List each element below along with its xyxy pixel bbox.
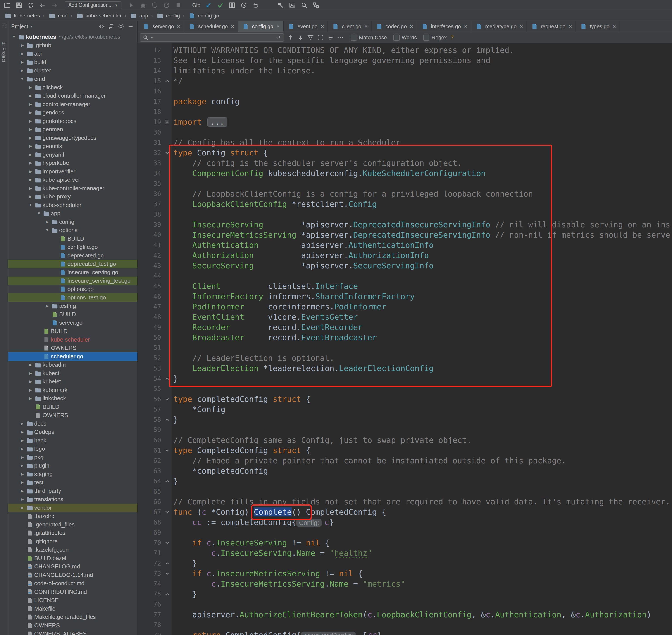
tree-item[interactable]: ▶vendor [8, 504, 137, 512]
tab-close-icon[interactable]: × [231, 23, 234, 30]
expand-arrow[interactable]: ▶ [19, 430, 25, 434]
expand-arrow[interactable]: ▶ [19, 497, 25, 502]
tree-item[interactable]: ▶cloud-controller-manager [8, 92, 137, 100]
tree-item[interactable]: BUILD [8, 403, 137, 411]
line-number[interactable]: 19 [137, 117, 162, 127]
tree-item[interactable]: scheduler.go [8, 352, 137, 361]
forward-icon[interactable] [51, 2, 58, 9]
tree-item[interactable]: ▶genkubedocs [8, 117, 137, 125]
fold-marker[interactable] [162, 150, 172, 156]
expand-arrow[interactable]: ▶ [19, 505, 25, 510]
line-number[interactable]: 48 [137, 312, 162, 322]
tree-item[interactable]: ▶importverifier [8, 167, 137, 176]
tree-item[interactable]: .generated_files [8, 520, 137, 529]
line-number[interactable]: 34 [137, 168, 162, 178]
code-editor[interactable]: 12WITHOUT WARRANTIES OR CONDITIONS OF AN… [137, 43, 672, 635]
tree-item[interactable]: ▶staging [8, 470, 137, 478]
save-all-icon[interactable] [15, 2, 23, 9]
line-number[interactable]: 62 [137, 456, 162, 466]
line-number[interactable]: 75 [137, 589, 162, 599]
tree-item[interactable]: options_test.go [8, 293, 137, 302]
fold-marker[interactable] [162, 591, 172, 597]
line-number[interactable]: 52 [137, 353, 162, 363]
search-input[interactable]: ▾ [140, 34, 284, 42]
line-number[interactable]: 45 [137, 281, 162, 291]
editor-tab[interactable]: interfaces.go× [417, 21, 471, 32]
tree-item[interactable]: .gitignore [8, 537, 137, 546]
tree-item[interactable]: ▶genutils [8, 142, 137, 151]
tree-item[interactable]: ▶api [8, 49, 137, 58]
editor-tab[interactable]: client.go× [328, 21, 372, 32]
line-number[interactable]: 76 [137, 599, 162, 610]
editor-tab[interactable]: codec.go× [372, 21, 417, 32]
tab-close-icon[interactable]: × [520, 23, 523, 30]
line-number[interactable]: 69 [137, 527, 162, 538]
hide-panel-icon[interactable] [127, 23, 134, 30]
tree-item[interactable]: BUILD [8, 235, 137, 243]
line-number[interactable]: 66 [137, 497, 162, 507]
tree-item[interactable]: OWNERS [8, 621, 137, 630]
tree-item[interactable]: ▼cmd [8, 75, 137, 83]
panel-title[interactable]: Project [11, 23, 28, 30]
line-number[interactable]: 67 [137, 507, 162, 517]
line-number[interactable]: 51 [137, 343, 162, 353]
locate-file-icon[interactable] [98, 23, 106, 30]
tree-item[interactable]: ▶kubeadm [8, 361, 137, 369]
line-number[interactable]: 60 [137, 435, 162, 445]
expand-arrow[interactable]: ▶ [44, 304, 50, 308]
tree-item[interactable]: insecure_serving_test.go [8, 277, 137, 285]
fold-marker[interactable] [162, 119, 172, 125]
fold-marker[interactable] [162, 571, 172, 576]
tree-item[interactable]: BUILD [8, 327, 137, 336]
highlight-all-icon[interactable] [327, 34, 334, 41]
line-number[interactable]: 30 [137, 127, 162, 137]
fold-marker[interactable] [162, 376, 172, 381]
expand-arrow[interactable]: ▶ [27, 363, 34, 367]
editor-tab[interactable]: server.go× [138, 21, 184, 32]
tree-item[interactable]: ▶kubectl [8, 369, 137, 377]
fold-marker[interactable] [162, 447, 172, 453]
breadcrumb-item[interactable]: config.go [188, 13, 219, 19]
tab-close-icon[interactable]: × [321, 23, 324, 30]
tree-item[interactable]: ▶hyperkube [8, 159, 137, 168]
line-number[interactable]: 42 [137, 250, 162, 261]
expand-arrow[interactable]: ▶ [27, 371, 34, 376]
tree-item[interactable]: ▶cluster [8, 66, 137, 75]
expand-arrow[interactable]: ▶ [19, 51, 25, 56]
collapse-all-icon[interactable] [108, 23, 115, 30]
fold-marker[interactable] [162, 78, 172, 84]
line-number[interactable]: 36 [137, 189, 162, 199]
line-number[interactable]: 53 [137, 363, 162, 373]
line-number[interactable]: 61 [137, 445, 162, 456]
line-number[interactable]: 72 [137, 558, 162, 568]
line-number[interactable]: 58 [137, 414, 162, 425]
match-case-checkbox[interactable]: Match Case [351, 35, 387, 41]
expand-arrow[interactable]: ▶ [27, 379, 34, 384]
next-occurrence-icon[interactable] [297, 34, 304, 41]
editor-tab[interactable]: types.go× [576, 21, 620, 32]
line-number[interactable]: 78 [137, 620, 162, 630]
line-number[interactable]: 47 [137, 302, 162, 312]
tree-item[interactable]: ▶third_party [8, 487, 137, 495]
breadcrumb-item[interactable]: kube-scheduler [75, 13, 121, 19]
tree-item[interactable]: .bazelrc [8, 512, 137, 521]
git-commit-icon[interactable] [217, 2, 224, 9]
run-icon[interactable] [128, 2, 135, 9]
expand-arrow[interactable]: ▼ [44, 228, 50, 233]
fold-marker[interactable] [162, 478, 172, 484]
tree-item[interactable]: server.go [8, 319, 137, 327]
line-number[interactable]: 73 [137, 568, 162, 579]
coverage-icon[interactable] [151, 2, 158, 9]
line-number[interactable]: 63 [137, 466, 162, 476]
tree-item[interactable]: ▶genswaggertypedocs [8, 134, 137, 142]
tree-item[interactable]: CHANGELOG-1.14.md [8, 571, 137, 579]
line-number[interactable]: 71 [137, 548, 162, 558]
tree-item[interactable]: CONTRIBUTING.md [8, 588, 137, 596]
tree-item[interactable]: BUILD.bazel [8, 554, 137, 563]
expand-arrow[interactable]: ▶ [27, 119, 34, 123]
expand-arrow[interactable]: ▶ [27, 194, 34, 199]
line-number[interactable]: 38 [137, 209, 162, 219]
line-number[interactable]: 59 [137, 425, 162, 435]
rollback-icon[interactable] [252, 2, 260, 9]
expand-arrow[interactable]: ▶ [19, 455, 25, 460]
